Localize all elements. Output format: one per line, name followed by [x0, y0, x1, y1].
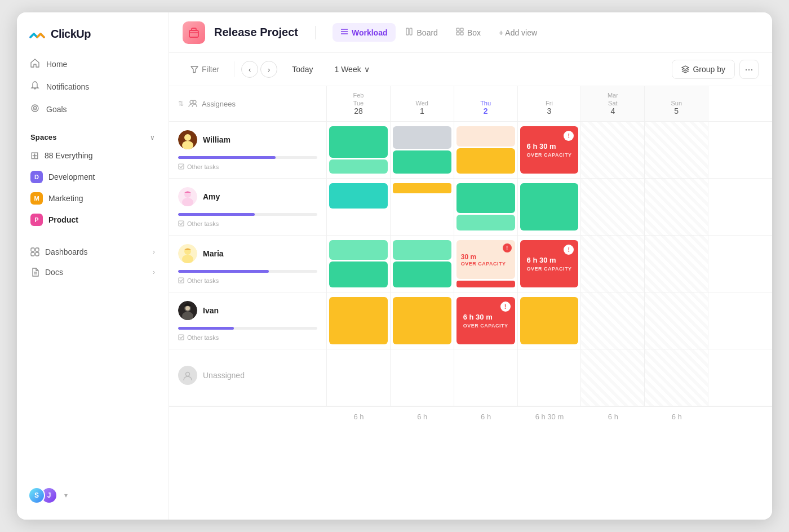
- person-row-amy: Amy Other tasks: [169, 179, 772, 236]
- maria-other-tasks: Other tasks: [178, 277, 317, 284]
- hours-day-2: 6 h: [391, 413, 454, 421]
- unassigned-day-3: [454, 349, 518, 406]
- workload-icon: [340, 28, 348, 37]
- clickup-logo-icon: [28, 25, 46, 43]
- maria-day-6: [645, 236, 708, 292]
- unassigned-day-1: [327, 349, 391, 406]
- svg-rect-16: [456, 28, 459, 31]
- user-avatars: S J: [28, 487, 57, 504]
- sidebar-item-dashboards[interactable]: Dashboards ›: [24, 242, 162, 262]
- amy-header: Amy: [178, 187, 317, 206]
- sidebar-footer[interactable]: S J ▾: [17, 480, 169, 511]
- amy-name: Amy: [203, 192, 220, 201]
- ivan-name: Ivan: [203, 306, 219, 315]
- ivan-day-2: [391, 292, 454, 349]
- tasks-icon-amy: [178, 220, 184, 227]
- maria-day-3: 30 m OVER CAPACITY !: [454, 236, 518, 292]
- docs-icon: [30, 268, 39, 277]
- ivan-day-5: [581, 292, 645, 349]
- sidebar-item-docs[interactable]: Docs ›: [24, 262, 162, 282]
- logo[interactable]: ClickUp: [17, 12, 169, 53]
- app-container: ClickUp Home Notifications: [17, 12, 772, 520]
- maria-day-1: [327, 236, 391, 292]
- assignees-icon: [188, 99, 197, 108]
- project-icon: [183, 21, 205, 44]
- home-icon: [30, 59, 39, 70]
- board-icon: [406, 28, 414, 37]
- maria-info: Maria Other tasks: [169, 236, 327, 292]
- spaces-header[interactable]: Spaces ∨: [24, 130, 162, 145]
- view-tabs: Workload Board: [333, 23, 545, 42]
- sidebar-item-marketing[interactable]: M Marketing: [24, 188, 162, 209]
- cal-day-3-today: Thu 2: [454, 86, 518, 121]
- dashboards-icon: [30, 247, 39, 256]
- maria-day-4: 6 h 30 m OVER CAPACITY !: [518, 236, 582, 292]
- group-by-button[interactable]: Group by: [672, 60, 735, 79]
- ivan-info: Ivan Other tasks: [169, 292, 327, 349]
- today-button[interactable]: Today: [284, 61, 321, 78]
- william-header: William: [178, 130, 317, 149]
- svg-rect-18: [456, 32, 459, 35]
- svg-rect-14: [406, 28, 409, 35]
- avatar-s: S: [28, 487, 45, 504]
- nav-arrows: ‹ ›: [241, 61, 277, 78]
- development-badge: D: [30, 171, 43, 183]
- sidebar-item-goals[interactable]: Goals: [24, 98, 162, 121]
- amy-day-1: [327, 179, 391, 235]
- william-day-6: [645, 122, 708, 178]
- more-options-button[interactable]: ···: [739, 60, 759, 79]
- spaces-chevron-icon: ∨: [150, 134, 155, 141]
- sidebar-item-product[interactable]: P Product: [24, 209, 162, 230]
- box-icon: [188, 26, 200, 39]
- person-row-william: William Other tasks: [169, 122, 772, 179]
- person-row-maria: Maria Other tasks: [169, 236, 772, 292]
- sidebar-item-notifications[interactable]: Notifications: [24, 76, 162, 98]
- tab-box[interactable]: Box: [448, 23, 489, 42]
- tab-board[interactable]: Board: [398, 23, 446, 42]
- hours-day-4: 6 h 30 m: [518, 413, 582, 421]
- tab-workload[interactable]: Workload: [333, 23, 396, 42]
- tasks-icon-ivan: [178, 334, 184, 340]
- prev-button[interactable]: ‹: [241, 61, 258, 78]
- sidebar-item-development[interactable]: D Development: [24, 166, 162, 188]
- tasks-icon-maria: [178, 277, 184, 283]
- william-progress-fill: [178, 156, 276, 159]
- svg-rect-33: [179, 278, 184, 283]
- tasks-icon: [178, 163, 184, 170]
- main-nav: Home Notifications: [17, 53, 169, 121]
- svg-point-2: [34, 108, 36, 109]
- unassigned-day-2: [391, 349, 454, 406]
- sidebar: ClickUp Home Notifications: [17, 12, 169, 520]
- project-title: Release Project: [214, 26, 298, 39]
- add-view-button[interactable]: + Add view: [491, 24, 545, 42]
- unassigned-info: Unassigned: [169, 349, 327, 406]
- ivan-header: Ivan: [178, 301, 317, 320]
- hours-row: 6 h 6 h 6 h 6 h 30 m 6 h 6 h: [169, 406, 772, 427]
- william-day-3: [454, 122, 518, 178]
- person-row-unassigned: Unassigned: [169, 349, 772, 406]
- unassigned-name: Unassigned: [203, 371, 245, 380]
- svg-rect-4: [36, 248, 39, 251]
- dashboards-chevron-icon: ›: [153, 248, 155, 256]
- william-day-5: [581, 122, 645, 178]
- over-capacity-icon-ivan: !: [500, 302, 511, 312]
- separator: [315, 26, 316, 39]
- sidebar-item-everything[interactable]: ⊞ 88 Everything: [24, 145, 162, 166]
- svg-point-37: [185, 306, 190, 311]
- svg-point-23: [184, 134, 191, 141]
- docs-chevron-icon: ›: [153, 268, 155, 276]
- next-button[interactable]: ›: [260, 61, 277, 78]
- amy-day-3: [454, 179, 518, 235]
- svg-rect-38: [179, 335, 184, 340]
- william-info: William Other tasks: [169, 122, 327, 178]
- filter-button[interactable]: Filter: [183, 61, 227, 78]
- footer-chevron-icon: ▾: [64, 491, 68, 499]
- week-selector[interactable]: 1 Week ∨: [327, 61, 376, 78]
- amy-progress-bar: [178, 213, 317, 216]
- william-avatar: [178, 130, 197, 149]
- over-capacity-icon: !: [564, 131, 574, 141]
- sidebar-item-home[interactable]: Home: [24, 53, 162, 76]
- cal-day-4: Fri 3: [518, 86, 582, 121]
- top-bar: Release Project Workload: [169, 12, 772, 53]
- svg-rect-29: [179, 221, 184, 226]
